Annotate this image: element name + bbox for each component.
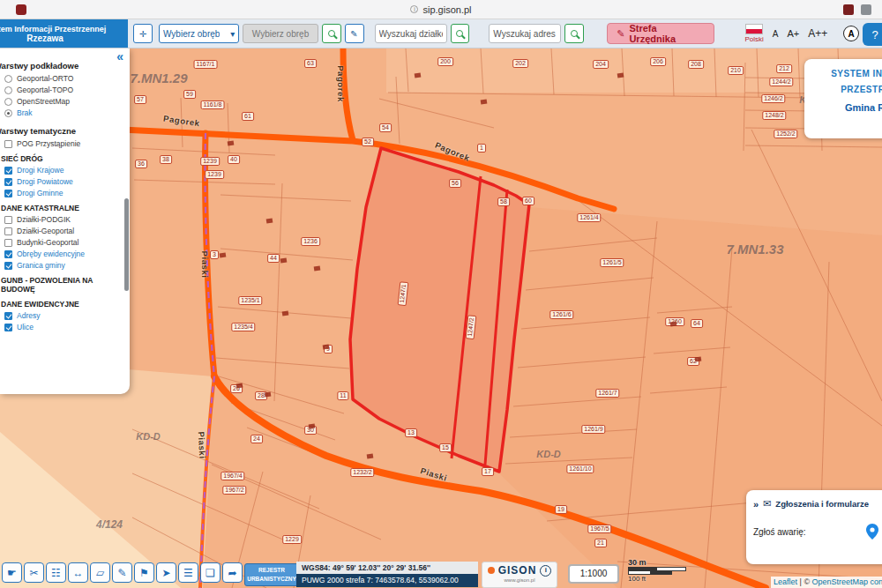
layer-option[interactable]: Działki-Geoportal <box>4 227 130 235</box>
street-label: Piaski <box>197 431 208 459</box>
radio-icon[interactable] <box>4 109 12 117</box>
base-layer-list: Geoportal-ORTOGeoportal-TOPOOpenStreetMa… <box>0 74 130 117</box>
route-button[interactable]: ➤ <box>156 562 176 583</box>
pointer-select-button[interactable]: ✛ <box>133 24 153 43</box>
layer-option[interactable]: Drogi Powiatowe <box>4 177 130 186</box>
map-container[interactable]: 1167/16320020220420620821021257591161/86… <box>0 48 882 588</box>
map-scale-value[interactable]: 1:1000 <box>568 564 619 584</box>
layer-label: Działki-Geoportal <box>17 227 74 235</box>
share-button[interactable]: ➦ <box>222 562 243 583</box>
address-bar[interactable]: sip.gison.pl <box>422 4 471 15</box>
info-icon[interactable]: i <box>540 565 551 577</box>
checkbox-icon[interactable] <box>4 312 12 320</box>
search-parcel-button[interactable] <box>451 24 470 43</box>
eraser-button[interactable]: ✂ <box>24 562 44 583</box>
radio-icon[interactable] <box>4 86 12 94</box>
building-footprint <box>415 73 422 78</box>
measure-area-button[interactable]: ▱ <box>90 562 110 583</box>
contrast-normal-button[interactable]: A <box>843 26 859 41</box>
leaflet-link[interactable]: Leaflet <box>774 577 797 586</box>
sidebar-collapse-button[interactable]: « <box>116 49 123 63</box>
checkbox-icon[interactable] <box>4 178 12 186</box>
registry-line2: URBANISTYCZNY <box>247 576 296 582</box>
browser-extension-icon[interactable] <box>16 4 26 15</box>
checkbox-icon[interactable] <box>4 239 12 247</box>
base-layer-option[interactable]: OpenStreetMap <box>4 97 130 106</box>
location-pin-icon[interactable] <box>866 524 878 540</box>
identify-icon: ☛ <box>7 568 17 578</box>
marker-button[interactable]: ⚑ <box>134 562 154 583</box>
layer-option[interactable]: Drogi Krajowe <box>4 166 130 175</box>
parcel-label: 1235/4 <box>231 323 255 331</box>
select-obreb-disabled-button[interactable]: Wybierz obręb <box>243 24 318 43</box>
base-layer-option[interactable]: Geoportal-TOPO <box>4 86 130 94</box>
print-button[interactable]: ☷ <box>46 562 66 583</box>
layer-option[interactable]: Budynki-Geoportal <box>4 238 130 247</box>
building-footprint <box>309 424 316 429</box>
parcel-label: 54 <box>379 123 392 132</box>
checkbox-icon[interactable] <box>4 216 12 224</box>
layer-option[interactable]: Ulice <box>4 323 130 331</box>
application-window: i sip.gison.pl System Informacji Przestr… <box>0 0 882 588</box>
site-info-icon[interactable]: i <box>410 5 418 13</box>
extension-icon[interactable] <box>861 4 871 15</box>
building-footprint <box>228 141 235 146</box>
layer-option[interactable]: Drogi Gminne <box>4 189 130 197</box>
search-parcel-input[interactable] <box>375 24 447 43</box>
layer-option[interactable]: Adresy <box>4 311 130 320</box>
select-obreb-dropdown[interactable]: Wybierz obręb ▾ <box>159 24 239 43</box>
chevron-right-icon[interactable]: » <box>753 499 759 510</box>
help-button[interactable]: ? <box>863 23 882 46</box>
checkbox-icon[interactable] <box>4 190 12 197</box>
urban-registry-button[interactable]: REJESTR URBANISTYCZNY <box>244 563 299 586</box>
font-size-normal-button[interactable]: A <box>773 29 779 39</box>
measure-tool-button[interactable]: ✎ <box>345 24 364 43</box>
search-address-input[interactable] <box>489 24 561 43</box>
osm-link[interactable]: OpenStreetMap con <box>812 577 882 586</box>
checkbox-icon[interactable] <box>4 167 12 175</box>
search-obreb-button[interactable] <box>322 24 341 43</box>
street-label: Piaski <box>420 465 449 483</box>
base-layer-option[interactable]: Brak <box>4 108 130 117</box>
language-switcher[interactable]: Polski <box>744 24 763 43</box>
layer-label: POG Przystąpienie <box>17 139 80 148</box>
layer-group-header: DANE KATASTRALNE <box>1 204 117 212</box>
checkbox-icon[interactable] <box>4 227 12 235</box>
sidebar-scrollbar[interactable] <box>124 198 129 291</box>
measure-length-button[interactable]: ↔ <box>68 562 88 583</box>
layer-option[interactable]: Granica gminy <box>4 261 130 270</box>
layer-option[interactable]: Obręby ewidencyjne <box>4 249 130 258</box>
font-size-large-button[interactable]: A+ <box>787 28 799 39</box>
strefa-urzednika-button[interactable]: ✎ Strefa Urzędnika <box>607 23 714 44</box>
layers-button[interactable]: ☰ <box>178 562 198 583</box>
share-icon: ➦ <box>228 568 236 578</box>
adblock-shield-icon[interactable] <box>843 4 854 15</box>
checkbox-icon[interactable] <box>4 250 12 258</box>
font-size-xlarge-button[interactable]: A++ <box>808 27 827 40</box>
app-title-line2: Rzezawa <box>0 33 125 43</box>
reports-panel-header[interactable]: » ✉ Zgłoszenia i formularze <box>753 498 882 510</box>
parcel-label: 1252/2 <box>774 130 797 138</box>
radio-icon[interactable] <box>4 75 12 83</box>
layer-option[interactable]: POG Przystąpienie <box>4 139 130 148</box>
checkbox-icon[interactable] <box>4 324 12 331</box>
building-footprint <box>481 100 488 105</box>
identify-button[interactable]: ☛ <box>2 562 22 583</box>
parcel-label: 38 <box>160 155 172 164</box>
app-title: System Informacji Przestrzennej Rzezawa <box>0 19 128 48</box>
map-book-button[interactable]: ❏ <box>200 562 220 583</box>
gison-logo-text[interactable]: GISON <box>498 564 537 577</box>
language-label: Polski <box>744 35 763 43</box>
parcel-label: 1247/1 <box>398 281 409 306</box>
base-layer-option[interactable]: Geoportal-ORTO <box>4 74 130 83</box>
checkbox-icon[interactable] <box>4 262 12 270</box>
draw-button[interactable]: ✎ <box>112 562 132 583</box>
report-fault-label: Zgłoś awarię: <box>753 527 805 537</box>
layer-option[interactable]: Działki-PODGIK <box>4 215 130 224</box>
search-address-button[interactable] <box>564 24 584 43</box>
checkbox-icon[interactable] <box>4 140 12 148</box>
zone-label: KD-D <box>536 449 561 459</box>
parcel-label: 13 <box>405 428 417 437</box>
radio-icon[interactable] <box>4 98 12 106</box>
zone-label: 4/124 <box>96 518 123 531</box>
